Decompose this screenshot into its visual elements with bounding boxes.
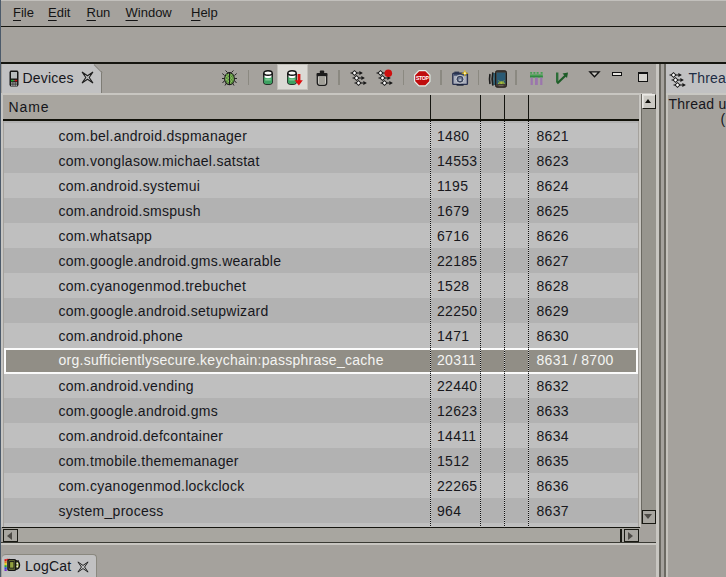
svg-text:STOP: STOP xyxy=(415,75,429,81)
